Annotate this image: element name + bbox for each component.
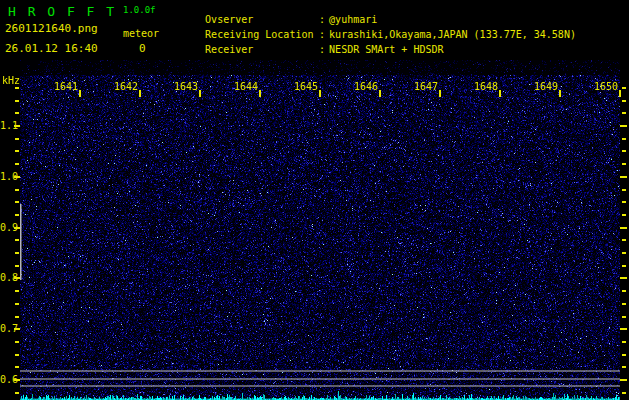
time-tick (439, 90, 441, 97)
time-tick (499, 90, 501, 97)
freq-tick-minor-right (622, 290, 626, 292)
freq-tick-minor (15, 214, 19, 216)
time-tick-label: 1644 (234, 81, 258, 92)
meteor-count-label: meteor (123, 29, 159, 39)
spectrogram-canvas (20, 60, 620, 400)
freq-tick-label: 1.0 (0, 171, 13, 182)
freq-tick-minor (15, 252, 19, 254)
freq-tick-label: 1.1 (0, 120, 13, 131)
y-axis-unit-label: kHz (2, 76, 20, 86)
freq-tick-minor-right (622, 201, 626, 203)
freq-tick-major-right (620, 125, 627, 127)
freq-tick-minor (15, 150, 19, 152)
freq-tick-major (14, 277, 20, 279)
freq-tick-minor (15, 189, 19, 191)
time-tick-label: 1642 (114, 81, 138, 92)
time-tick-label: 1641 (54, 81, 78, 92)
time-tick (259, 90, 261, 97)
freq-tick-major (14, 176, 20, 178)
time-tick (319, 90, 321, 97)
freq-tick-major (14, 328, 20, 330)
time-tick-label: 1646 (354, 81, 378, 92)
time-tick-label: 1649 (534, 81, 558, 92)
freq-tick-major-right (620, 227, 627, 229)
freq-tick-minor (15, 239, 19, 241)
freq-tick-minor (15, 316, 19, 318)
freq-tick-minor (15, 290, 19, 292)
freq-tick-minor (15, 87, 19, 89)
time-tick (139, 90, 141, 97)
freq-tick-minor-right (622, 354, 626, 356)
time-tick (559, 90, 561, 97)
freq-tick-minor-right (622, 316, 626, 318)
freq-tick-minor-right (622, 341, 626, 343)
hrofft-window: H R O F F T 1.0.0f 2601121640.png meteor… (0, 0, 629, 400)
freq-tick-minor-right (622, 100, 626, 102)
time-tick-label: 1645 (294, 81, 318, 92)
freq-tick-minor (15, 265, 19, 267)
freq-tick-major-right (620, 277, 627, 279)
freq-tick-minor (15, 392, 19, 394)
freq-tick-minor-right (622, 87, 626, 89)
freq-tick-minor (15, 303, 19, 305)
freq-tick-major-right (620, 176, 627, 178)
time-tick-label: 1643 (174, 81, 198, 92)
freq-tick-label: 0.7 (0, 323, 13, 334)
freq-tick-minor-right (622, 138, 626, 140)
freq-tick-major (14, 227, 20, 229)
freq-tick-major-right (620, 328, 627, 330)
freq-tick-minor-right (622, 239, 626, 241)
freq-tick-major (14, 125, 20, 127)
app-title: H R O F F T (8, 5, 116, 18)
freq-tick-minor-right (622, 392, 626, 394)
freq-tick-label: 0.8 (0, 272, 13, 283)
time-tick-label: 1650 (594, 81, 618, 92)
freq-tick-minor-right (622, 189, 626, 191)
freq-tick-minor (15, 163, 19, 165)
freq-tick-minor-right (622, 366, 626, 368)
freq-tick-minor (15, 354, 19, 356)
freq-tick-major-right (620, 379, 627, 381)
time-tick-label: 1648 (474, 81, 498, 92)
freq-tick-minor-right (622, 303, 626, 305)
freq-tick-minor-right (622, 163, 626, 165)
freq-tick-label: 0.6 (0, 374, 13, 385)
time-tick (379, 90, 381, 97)
time-tick (199, 90, 201, 97)
freq-tick-minor (15, 138, 19, 140)
freq-tick-minor (15, 112, 19, 114)
app-version: 1.0.0f (123, 6, 156, 15)
freq-tick-minor-right (622, 150, 626, 152)
freq-tick-minor (15, 341, 19, 343)
freq-tick-minor (15, 100, 19, 102)
freq-tick-minor-right (622, 265, 626, 267)
meteor-count-value: 0 (139, 43, 146, 54)
time-tick (79, 90, 81, 97)
freq-tick-minor (15, 201, 19, 203)
freq-tick-minor (15, 366, 19, 368)
freq-tick-minor-right (622, 112, 626, 114)
freq-tick-minor-right (622, 252, 626, 254)
freq-tick-major (14, 379, 20, 381)
timestamp: 26.01.12 16:40 (5, 43, 98, 54)
time-tick (619, 90, 621, 97)
time-tick-label: 1647 (414, 81, 438, 92)
freq-tick-minor-right (622, 214, 626, 216)
output-filename: 2601121640.png (5, 23, 98, 34)
freq-tick-label: 0.9 (0, 222, 13, 233)
